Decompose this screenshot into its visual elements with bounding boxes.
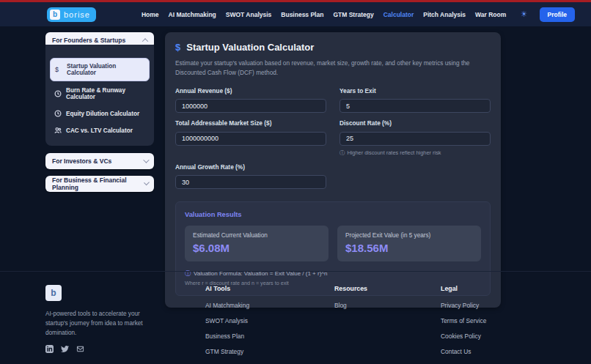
nav-link-pitch-analysis[interactable]: Pitch Analysis xyxy=(423,11,466,18)
dollar-icon: $ xyxy=(175,42,180,53)
annual-revenue-input[interactable] xyxy=(175,99,326,113)
linkedin-icon[interactable] xyxy=(45,345,54,353)
footer-link-business-plan[interactable]: Business Plan xyxy=(205,333,260,340)
nav-link-ai-matchmaking[interactable]: AI Matchmaking xyxy=(169,11,216,18)
dollar-icon: $ xyxy=(55,66,62,73)
footer-link-contact-us[interactable]: Contact Us xyxy=(441,348,486,355)
logo-b-icon: b xyxy=(50,10,60,20)
sidebar-section-investors-label: For Investors & VCs xyxy=(52,157,111,165)
field-annual-revenue: Annual Revenue ($) xyxy=(175,87,326,114)
nav-right: ☀ Profile xyxy=(521,7,575,22)
sidebar-item-equity-dilution[interactable]: Equity Dilution Calculator xyxy=(50,106,150,121)
sidebar-section-investors[interactable]: For Investors & VCs xyxy=(45,153,154,169)
footer-social xyxy=(45,345,163,353)
page-title: Startup Valuation Calculator xyxy=(186,42,314,53)
footer: b AI-powered tools to accelerate your st… xyxy=(0,271,591,364)
footer-link-ai-matchmaking[interactable]: AI Matchmaking xyxy=(205,302,260,309)
result-card-exit-value: Projected Exit Value (in 5 years) $18.56… xyxy=(337,226,481,261)
footer-logo: b xyxy=(45,285,62,301)
footer-brand: b AI-powered tools to accelerate your st… xyxy=(45,285,163,364)
nav-link-business-plan[interactable]: Business Plan xyxy=(281,11,323,18)
footer-link-swot-analysis[interactable]: SWOT Analysis xyxy=(205,317,260,324)
users-icon xyxy=(54,127,62,134)
sidebar-section-business-planning-label: For Business & Financial Planning xyxy=(52,177,144,191)
footer-link-blog[interactable]: Blog xyxy=(334,302,367,309)
twitter-icon[interactable] xyxy=(61,345,69,353)
footer-link-cookies-policy[interactable]: Cookies Policy xyxy=(441,333,486,340)
years-to-exit-input[interactable] xyxy=(339,99,491,113)
sidebar-section-founders-label: For Founders & Startups xyxy=(52,37,125,44)
discount-rate-input[interactable] xyxy=(339,132,491,146)
result-card-current-valuation: Estimated Current Valuation $6.08M xyxy=(185,226,328,261)
footer-description: AI-powered tools to accelerate your star… xyxy=(45,309,163,338)
nav-link-swot-analysis[interactable]: SWOT Analysis xyxy=(226,11,272,18)
result-value: $18.56M xyxy=(345,242,473,254)
footer-col-heading: Resources xyxy=(334,285,367,292)
sidebar-item-label: Equity Dilution Calculator xyxy=(66,111,139,117)
footer-link-privacy-policy[interactable]: Privacy Policy xyxy=(441,302,486,309)
growth-rate-label: Annual Growth Rate (%) xyxy=(175,163,326,171)
email-icon[interactable] xyxy=(76,345,84,353)
chevron-up-icon xyxy=(142,38,148,44)
field-years-to-exit: Years to Exit xyxy=(339,87,491,114)
field-growth-rate: Annual Growth Rate (%) xyxy=(175,163,326,190)
discount-rate-note: ⓘHigher discount rates reflect higher ri… xyxy=(339,149,491,157)
chevron-down-icon xyxy=(144,180,150,186)
nav-link-gtm-strategy[interactable]: GTM Strategy xyxy=(333,11,373,18)
nav-link-calculator[interactable]: Calculator xyxy=(383,11,414,18)
calculator-description: Estimate your startup's valuation based … xyxy=(175,59,491,78)
market-size-label: Total Addressable Market Size ($) xyxy=(175,119,326,127)
footer-link-terms-of-service[interactable]: Terms of Service xyxy=(441,317,486,324)
result-label: Projected Exit Value (in 5 years) xyxy=(345,232,473,239)
footer-col-ai-tools: AI Tools AI Matchmaking SWOT Analysis Bu… xyxy=(205,285,260,364)
results-heading: Valuation Results xyxy=(185,211,481,218)
footer-col-legal: Legal Privacy Policy Terms of Service Co… xyxy=(441,285,486,364)
nav-link-home[interactable]: Home xyxy=(142,11,159,18)
sidebar-item-burn-rate[interactable]: Burn Rate & Runway Calculator xyxy=(50,83,150,104)
sidebar-section-founders-items: $ Startup Valuation Calculator Burn Rate… xyxy=(45,45,154,146)
sidebar-section-business-planning[interactable]: For Business & Financial Planning xyxy=(45,176,154,192)
navbar: b borise Home AI Matchmaking SWOT Analys… xyxy=(0,2,591,26)
logo[interactable]: b borise xyxy=(47,7,96,22)
calculator-form: Annual Revenue ($) Years to Exit Total A… xyxy=(175,81,491,190)
sidebar-item-startup-valuation[interactable]: $ Startup Valuation Calculator xyxy=(50,58,150,81)
info-icon: ⓘ xyxy=(339,149,345,157)
sidebar: For Founders & Startups $ Startup Valuat… xyxy=(45,32,154,198)
annual-revenue-label: Annual Revenue ($) xyxy=(175,87,326,94)
field-discount-rate: Discount Rate (%) ⓘHigher discount rates… xyxy=(339,119,491,157)
footer-col-heading: Legal xyxy=(441,285,486,292)
nav-link-war-room[interactable]: War Room xyxy=(475,11,506,18)
result-value: $6.08M xyxy=(193,242,320,254)
footer-link-gtm-strategy[interactable]: GTM Strategy xyxy=(205,348,260,355)
nav-links: Home AI Matchmaking SWOT Analysis Busine… xyxy=(142,11,506,18)
calculator-panel: $ Startup Valuation Calculator Estimate … xyxy=(165,32,501,308)
growth-rate-input[interactable] xyxy=(175,175,326,189)
footer-col-heading: AI Tools xyxy=(205,285,260,292)
clock-icon xyxy=(54,110,62,117)
footer-col-resources: Resources Blog xyxy=(334,285,367,364)
sun-icon[interactable]: ☀ xyxy=(521,10,528,18)
result-label: Estimated Current Valuation xyxy=(193,232,320,239)
market-size-input[interactable] xyxy=(175,132,326,146)
discount-rate-label: Discount Rate (%) xyxy=(339,119,491,127)
clock-icon xyxy=(54,90,62,97)
logo-text: borise xyxy=(64,10,90,19)
sidebar-item-label: CAC vs. LTV Calculator xyxy=(66,127,133,134)
years-to-exit-label: Years to Exit xyxy=(339,87,491,94)
sidebar-item-cac-ltv[interactable]: CAC vs. LTV Calculator xyxy=(50,123,150,138)
chevron-down-icon xyxy=(143,157,149,163)
sidebar-item-label: Burn Rate & Runway Calculator xyxy=(66,87,145,100)
sidebar-item-label: Startup Valuation Calculator xyxy=(67,63,144,76)
profile-button[interactable]: Profile xyxy=(540,7,575,22)
field-market-size: Total Addressable Market Size ($) xyxy=(175,119,326,157)
